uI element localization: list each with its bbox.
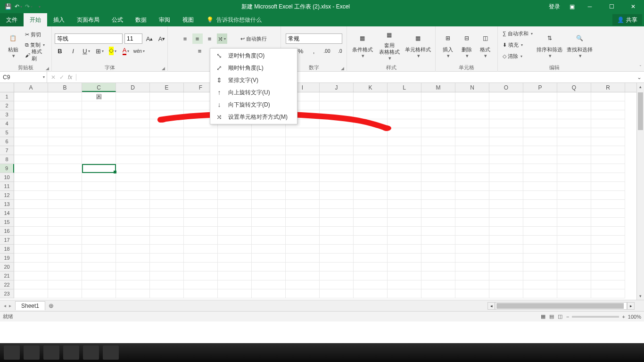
cell[interactable]	[320, 110, 354, 119]
cell[interactable]	[557, 92, 591, 101]
cell[interactable]	[218, 191, 252, 200]
cell[interactable]	[252, 272, 286, 280]
cell[interactable]	[116, 236, 150, 245]
cell[interactable]	[48, 137, 82, 146]
taskbar-item[interactable]	[4, 346, 20, 360]
cell[interactable]	[218, 272, 252, 280]
hscroll-left-icon[interactable]: ◂	[487, 302, 495, 310]
cell[interactable]	[455, 173, 489, 182]
cell[interactable]	[82, 128, 116, 137]
align-left-icon[interactable]: ≡	[195, 46, 205, 56]
cell[interactable]	[455, 209, 489, 218]
cell[interactable]	[218, 289, 252, 298]
taskbar-item[interactable]	[103, 346, 119, 360]
cell[interactable]	[48, 218, 82, 227]
cell[interactable]	[455, 280, 489, 289]
cell[interactable]	[150, 227, 184, 236]
cell[interactable]	[455, 191, 489, 200]
cell[interactable]	[218, 137, 252, 146]
cell[interactable]	[455, 263, 489, 272]
cell[interactable]	[523, 289, 557, 298]
cell[interactable]	[184, 263, 218, 272]
cell[interactable]	[388, 209, 421, 218]
cell[interactable]	[184, 164, 218, 173]
cell[interactable]	[557, 146, 591, 155]
cell[interactable]	[48, 182, 82, 191]
align-top-icon[interactable]: ≡	[180, 33, 190, 44]
cell[interactable]	[388, 254, 421, 263]
cell[interactable]	[489, 128, 523, 137]
row-header[interactable]: 11	[0, 182, 14, 191]
cell[interactable]	[557, 191, 591, 200]
cell[interactable]	[150, 146, 184, 155]
cell[interactable]	[320, 280, 354, 289]
sort-filter-button[interactable]: ⇅排序和筛选▾	[535, 28, 565, 61]
cell[interactable]	[388, 245, 421, 254]
row-header[interactable]: 13	[0, 200, 14, 209]
cell[interactable]	[82, 236, 116, 245]
row-header[interactable]: 7	[0, 146, 14, 155]
cell[interactable]	[116, 263, 150, 272]
cell[interactable]	[14, 191, 48, 200]
cell[interactable]	[523, 263, 557, 272]
column-header[interactable]: L	[388, 83, 421, 92]
cell[interactable]	[557, 200, 591, 209]
cell[interactable]	[354, 92, 388, 101]
cell[interactable]	[252, 209, 286, 218]
save-icon[interactable]: 💾	[3, 1, 13, 12]
decrease-decimal-icon[interactable]: .0	[335, 46, 346, 56]
cell[interactable]	[591, 200, 625, 209]
cell[interactable]	[14, 110, 48, 119]
cell[interactable]	[489, 263, 523, 272]
fill-color-button[interactable]: ◇▾	[107, 46, 118, 56]
cell[interactable]	[557, 164, 591, 173]
cell[interactable]	[48, 289, 82, 298]
cell[interactable]	[455, 289, 489, 298]
cell[interactable]	[14, 200, 48, 209]
cell[interactable]	[354, 227, 388, 236]
cell[interactable]	[591, 155, 625, 164]
cell[interactable]	[354, 173, 388, 182]
cell[interactable]	[591, 227, 625, 236]
cell[interactable]	[286, 236, 320, 245]
cell[interactable]	[489, 289, 523, 298]
taskbar-item[interactable]	[24, 346, 40, 360]
cell[interactable]	[591, 280, 625, 289]
cell[interactable]	[455, 146, 489, 155]
cell[interactable]	[455, 182, 489, 191]
cell[interactable]	[523, 128, 557, 137]
cell[interactable]	[286, 245, 320, 254]
font-name-select[interactable]	[55, 33, 123, 44]
cell[interactable]	[557, 263, 591, 272]
cell[interactable]	[421, 92, 455, 101]
launcher-icon[interactable]: ◢	[162, 66, 166, 71]
cell[interactable]	[184, 200, 218, 209]
cell[interactable]	[286, 218, 320, 227]
cell[interactable]	[116, 101, 150, 110]
cell[interactable]	[489, 191, 523, 200]
redo-icon[interactable]: ↷▾	[24, 1, 34, 12]
cell[interactable]	[388, 173, 421, 182]
cell[interactable]	[421, 263, 455, 272]
cell[interactable]	[48, 236, 82, 245]
cell[interactable]	[48, 173, 82, 182]
cell[interactable]	[523, 101, 557, 110]
page-break-view-icon[interactable]: ◫	[558, 313, 562, 320]
cell[interactable]	[252, 263, 286, 272]
cell[interactable]	[14, 137, 48, 146]
cell[interactable]	[150, 119, 184, 128]
normal-view-icon[interactable]: ▦	[541, 313, 545, 320]
cell[interactable]	[218, 218, 252, 227]
vertical-scrollbar[interactable]: ▴ ▾	[636, 83, 644, 300]
cell[interactable]	[388, 272, 421, 280]
cell[interactable]	[354, 254, 388, 263]
cell[interactable]	[116, 245, 150, 254]
cell[interactable]	[218, 182, 252, 191]
cell[interactable]	[116, 272, 150, 280]
cell[interactable]	[48, 227, 82, 236]
row-header[interactable]: 3	[0, 110, 14, 119]
cell[interactable]	[286, 209, 320, 218]
cell[interactable]	[388, 146, 421, 155]
cell[interactable]	[184, 128, 218, 137]
sheet-nav-prev-icon[interactable]: ◂	[4, 303, 6, 308]
